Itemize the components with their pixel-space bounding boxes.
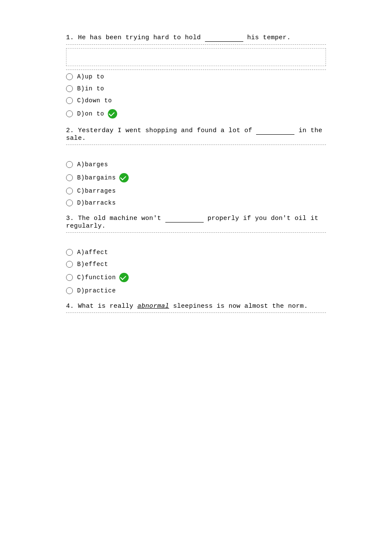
radio-2-A[interactable]	[66, 161, 73, 168]
gap-2	[66, 148, 326, 161]
option-2-B-label: B)bargains	[77, 174, 116, 181]
radio-1-D[interactable]	[66, 110, 73, 117]
divider-4	[66, 312, 326, 313]
correct-icon-3	[119, 273, 129, 282]
divider-3	[66, 232, 326, 233]
correct-icon-2	[119, 173, 129, 182]
question-1: 1. He has been trying hard to hold his t…	[66, 34, 326, 119]
question-4-text: 4. What is really abnormal sleepiness is…	[66, 303, 326, 310]
question-4-underline: abnormal	[137, 303, 169, 310]
option-2-C-label: C)barrages	[77, 188, 116, 194]
option-2-C[interactable]: C)barrages	[66, 188, 326, 194]
option-2-B[interactable]: B)bargains	[66, 173, 326, 182]
option-1-A-label: A)up to	[77, 73, 104, 80]
question-3-text: 3. The old machine won't properly if you…	[66, 215, 326, 230]
option-3-B[interactable]: B)effect	[66, 261, 326, 268]
option-2-A[interactable]: A)barges	[66, 161, 326, 168]
question-3: 3. The old machine won't properly if you…	[66, 215, 326, 294]
radio-2-C[interactable]	[66, 188, 73, 194]
radio-3-C[interactable]	[66, 274, 73, 281]
question-2: 2. Yesterday I went shopping and found a…	[66, 127, 326, 206]
option-3-C-label: C)function	[77, 274, 116, 281]
answer-box-1[interactable]	[66, 48, 326, 66]
option-3-A-label: A)affect	[77, 249, 108, 256]
correct-icon-1	[108, 109, 117, 119]
option-2-D[interactable]: D)barracks	[66, 199, 326, 206]
radio-3-D[interactable]	[66, 287, 73, 294]
option-3-D-label: D)practice	[77, 287, 116, 294]
option-1-D[interactable]: D)on to	[66, 109, 326, 119]
radio-3-B[interactable]	[66, 261, 73, 268]
radio-2-B[interactable]	[66, 174, 73, 181]
radio-2-D[interactable]	[66, 199, 73, 206]
question-2-number: 2.	[66, 127, 78, 134]
option-3-B-label: B)effect	[77, 261, 108, 268]
option-1-D-label: D)on to	[77, 110, 104, 117]
gap-3	[66, 236, 326, 249]
option-3-A[interactable]: A)affect	[66, 249, 326, 256]
options-list-2: A)barges B)bargains C)barrages D)barrack…	[66, 161, 326, 206]
option-1-B-label: B)in to	[77, 85, 104, 92]
divider-1b	[66, 69, 326, 70]
option-1-A[interactable]: A)up to	[66, 73, 326, 80]
radio-3-A[interactable]	[66, 249, 73, 256]
option-1-C[interactable]: C)down to	[66, 97, 326, 104]
divider-2	[66, 145, 326, 145]
option-3-D[interactable]: D)practice	[66, 287, 326, 294]
option-1-B[interactable]: B)in to	[66, 85, 326, 92]
radio-1-A[interactable]	[66, 73, 73, 80]
radio-1-C[interactable]	[66, 97, 73, 104]
question-3-number: 3.	[66, 215, 78, 222]
option-2-A-label: A)barges	[77, 161, 108, 168]
options-list-3: A)affect B)effect C)function D)practice	[66, 249, 326, 294]
question-4-number: 4.	[66, 303, 78, 310]
option-1-C-label: C)down to	[77, 97, 112, 104]
divider-1	[66, 44, 326, 45]
question-4: 4. What is really abnormal sleepiness is…	[66, 303, 326, 313]
question-1-number: 1.	[66, 34, 78, 41]
radio-1-B[interactable]	[66, 85, 73, 92]
question-1-text: 1. He has been trying hard to hold his t…	[66, 34, 326, 42]
option-3-C[interactable]: C)function	[66, 273, 326, 282]
option-2-D-label: D)barracks	[77, 199, 116, 206]
question-2-text: 2. Yesterday I went shopping and found a…	[66, 127, 326, 142]
options-list-1: A)up to B)in to C)down to D)on to	[66, 73, 326, 119]
